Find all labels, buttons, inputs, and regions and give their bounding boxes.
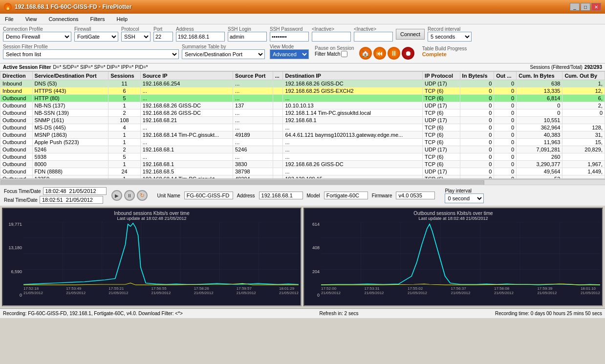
col-sessions[interactable]: Sessions — [108, 72, 141, 80]
maximize-button[interactable]: □ — [581, 3, 590, 11]
cell-1: 5938 — [32, 153, 108, 161]
table-scrollbar[interactable] — [0, 179, 605, 185]
cell-9: 0 — [494, 109, 517, 117]
back-nav-icon[interactable]: ⏮ — [373, 47, 386, 60]
col-cum-in[interactable]: Cum. In Bytes — [517, 72, 562, 80]
cell-10: 13,335 — [517, 87, 562, 95]
table-row[interactable]: OutboundMS-DS (445)4.........TCP (6)0036… — [0, 124, 605, 131]
session-filter-select[interactable]: Select from list — [3, 49, 179, 59]
cell-5 — [273, 146, 283, 153]
cell-7: TCP (6) — [423, 153, 460, 161]
unit-name-input[interactable] — [184, 192, 233, 199]
cell-3: 192.168.66.254 — [140, 80, 233, 87]
connection-profile-select[interactable]: Demo Firewall — [3, 32, 71, 42]
ssh-password-input[interactable] — [270, 32, 309, 42]
table-row[interactable]: Outbound123501192.168.68.14 Tim-PC.gissu… — [0, 175, 605, 179]
play-interval-select[interactable]: 0 second — [445, 193, 484, 203]
play-interval-label: Play interval — [445, 188, 471, 193]
connect-button[interactable]: Connect — [396, 29, 425, 40]
menu-filters[interactable]: Filters — [87, 15, 108, 23]
cell-3: 192.168.68.14 Tim-PC.gissukt... — [140, 131, 233, 139]
cell-2: 1 — [108, 139, 141, 146]
table-progress-label: Table Build Progress — [422, 46, 467, 51]
col-service[interactable]: Service/Destination Port — [32, 72, 108, 80]
model-label: Model — [307, 193, 320, 198]
play-nav-icon[interactable]: ⏸ — [388, 47, 400, 60]
address-input[interactable] — [176, 32, 225, 42]
port-input[interactable] — [153, 32, 173, 42]
home-nav-icon[interactable]: 🏠 — [359, 47, 372, 60]
refresh-button[interactable]: ↻ — [137, 190, 148, 201]
cell-6: ... — [283, 124, 423, 131]
firmware-input[interactable] — [396, 192, 435, 199]
col-cum-out[interactable]: Cum. Out By — [562, 72, 605, 80]
inactive2-input[interactable] — [354, 32, 393, 42]
record-interval-label: Record interval — [428, 26, 472, 32]
minimize-button[interactable]: _ — [570, 3, 580, 11]
model-input[interactable] — [324, 192, 368, 199]
menu-file[interactable]: File — [2, 15, 17, 23]
cell-10: 52 — [517, 175, 562, 179]
col-out-bytes[interactable]: Out ... — [494, 72, 517, 80]
cell-1: 12350 — [32, 175, 108, 179]
view-mode-select[interactable]: Advanced — [270, 49, 309, 59]
cell-0: Outbound — [0, 139, 33, 146]
inactive1-input[interactable] — [312, 32, 351, 42]
cell-10: 3,290,377 — [517, 161, 562, 168]
cell-9: 0 — [494, 117, 517, 124]
table-row[interactable]: OutboundSNMP (161)108192.168.68.21...192… — [0, 117, 605, 124]
table-row[interactable]: Outbound59385.........TCP (6)00260 — [0, 153, 605, 161]
cell-2: 1 — [108, 131, 141, 139]
play-button[interactable]: ▶ — [111, 190, 122, 201]
cell-7: TCP (6) — [423, 95, 460, 102]
menu-view[interactable]: View — [22, 15, 40, 23]
col-direction[interactable]: Direction — [0, 72, 33, 80]
cell-9: 0 — [494, 139, 517, 146]
address-label2: Address — [237, 193, 255, 198]
pause-button[interactable]: ⏸ — [124, 190, 135, 201]
table-row[interactable]: InboundDNS (53)11192.168.66.254...192.16… — [0, 80, 605, 87]
ssh-login-label: SSH Login — [228, 26, 267, 32]
outbound-x0: 17:52:0021/05/2012 — [321, 286, 341, 295]
cell-0: Outbound — [0, 95, 33, 102]
focus-time-input[interactable] — [43, 187, 107, 195]
col-ip-proto[interactable]: IP Protocol — [423, 72, 460, 80]
cell-3: 192.168.68.21 — [140, 117, 233, 124]
table-row[interactable]: OutboundHTTP (80)5.........TCP (6)006,81… — [0, 95, 605, 102]
table-row[interactable]: OutboundNB-SSN (139)2192.168.68.26 GISS-… — [0, 109, 605, 117]
cell-3: 192.168.68.26 GISS-DC — [140, 102, 233, 109]
table-row[interactable]: Outbound52462192.168.68.15246...UDP (17)… — [0, 146, 605, 153]
col-source-port[interactable]: Source Port — [233, 72, 273, 80]
ssh-login-input[interactable] — [228, 32, 267, 42]
cell-2: 1 — [108, 175, 141, 179]
address-input2[interactable] — [259, 192, 303, 199]
real-time-input[interactable] — [40, 196, 103, 204]
firewall-select[interactable]: FortiGate — [74, 32, 118, 42]
col-dest-ip[interactable]: Destination IP — [283, 72, 423, 80]
cell-0: Outbound — [0, 117, 33, 124]
close-button[interactable]: ✕ — [591, 3, 601, 11]
col-source-ip[interactable]: Source IP — [140, 72, 233, 80]
cell-11 — [562, 175, 605, 179]
menu-connections[interactable]: Connections — [45, 15, 81, 23]
table-row[interactable]: OutboundFDN (8888)24192.168.68.538798...… — [0, 168, 605, 175]
table-row[interactable]: InboundHTTPS (443)6......192.168.68.25 G… — [0, 87, 605, 95]
filter-match-checkbox[interactable] — [341, 51, 347, 57]
table-row[interactable]: Outbound80001192.168.68.13830192.168.68.… — [0, 161, 605, 168]
table-row[interactable]: OutboundNB-NS (137)1192.168.68.26 GISS-D… — [0, 102, 605, 109]
menu-help[interactable]: Help — [114, 15, 131, 23]
cell-11: 128, — [562, 124, 605, 131]
cell-6: ... — [283, 95, 423, 102]
table-row[interactable]: OutboundApple Push (5223)1.........TCP (… — [0, 139, 605, 146]
protocol-select[interactable]: SSH — [121, 32, 151, 42]
cell-1: Apple Push (5223) — [32, 139, 108, 146]
cell-4: 38798 — [233, 168, 273, 175]
cell-2: 11 — [108, 80, 141, 87]
record-interval-select[interactable]: 5 seconds — [428, 32, 472, 42]
record-nav-icon[interactable]: ⏺ — [402, 47, 414, 60]
cell-7: UDP (17) — [423, 146, 460, 153]
col-in-bytes[interactable]: In Bytes/s — [460, 72, 494, 80]
cell-4: ... — [233, 153, 273, 161]
summarise-select[interactable]: Service/Destination Port — [182, 49, 265, 59]
table-row[interactable]: OutboundMSNP (1863)1192.168.68.14 Tim-PC… — [0, 131, 605, 139]
